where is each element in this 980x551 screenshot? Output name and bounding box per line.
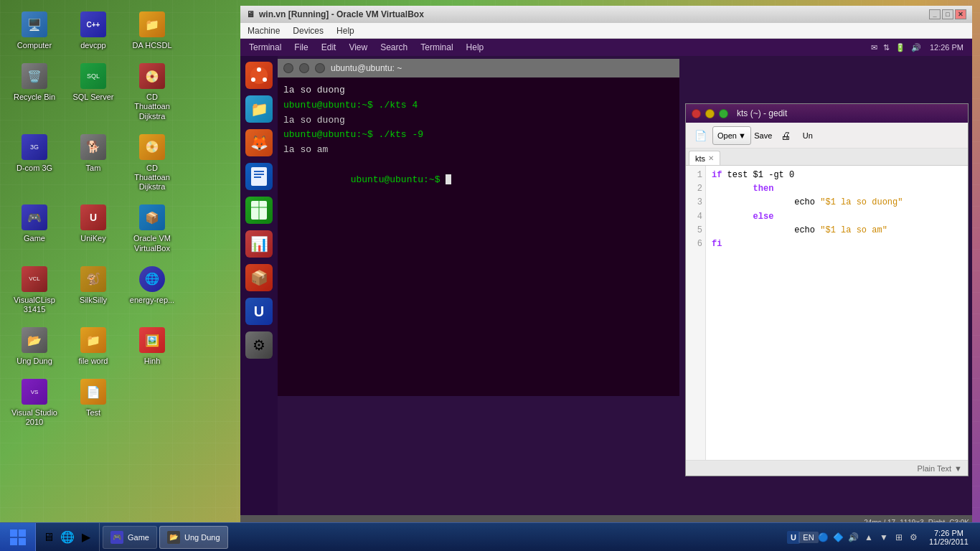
ubuntu-menu-help[interactable]: Help [463, 41, 487, 54]
tray-bluetooth[interactable]: 🔷 [832, 531, 845, 544]
gedit-open-btn[interactable]: Open ▼ [712, 126, 751, 145]
plain-text-button[interactable]: Plain Text ▼ [918, 464, 962, 473]
taskbar-item-ungdung[interactable]: 📂 Ung Dung [159, 526, 228, 549]
gedit-max-btn[interactable] [719, 109, 728, 118]
desktop-icon-vbox[interactable]: 📦 Oracle VM VirtualBox [125, 200, 179, 255]
language-indicator[interactable]: EN [798, 532, 818, 543]
launcher-ubuntu[interactable] [242, 59, 275, 92]
ql-media[interactable]: ▶ [77, 529, 95, 546]
term-line-2: ubuntu@ubuntu:~$ ./kts 4 [283, 98, 674, 113]
desktop-icon-sql[interactable]: SQL SQL Server [66, 59, 121, 124]
system-clock[interactable]: 7:26 PM 11/29/2011 [923, 529, 974, 546]
launcher-unikey[interactable]: U [242, 295, 275, 328]
ubuntu-menu-edit[interactable]: Edit [319, 41, 339, 54]
gedit-print-btn[interactable]: 🖨 [776, 126, 796, 145]
desktop-icon-ungdung[interactable]: 📂 Ung Dung [7, 323, 62, 369]
minimize-button[interactable]: _ [929, 9, 941, 19]
gedit-editor-body[interactable]: 1 2 3 4 5 6 if test $1 -gt 0 then echo "… [686, 166, 968, 460]
desktop-row-2: 🗑️ Recycle Bin SQL SQL Server 📀 CD Thuat… [7, 59, 179, 124]
gedit-tab-close[interactable]: ✕ [708, 154, 714, 162]
terminal-body[interactable]: la so duong ubuntu@ubuntu:~$ ./kts 4 la … [278, 77, 679, 396]
calc-icon [245, 197, 273, 224]
ubuntu-menu-view[interactable]: View [346, 41, 370, 54]
launcher-package[interactable]: 📦 [242, 261, 275, 294]
ql-show-desktop[interactable]: 🖥 [40, 529, 57, 546]
tray-unikey-icon: U [787, 531, 800, 544]
tray-unikey[interactable]: U [787, 531, 800, 544]
launcher-files[interactable]: 📁 [242, 93, 275, 126]
gedit-code-area[interactable]: if test $1 -gt 0 then echo "$1 la so duo… [706, 166, 968, 460]
gedit-undo-btn[interactable]: Un [798, 126, 818, 145]
tray-settings2[interactable]: ⚙ [908, 531, 920, 544]
svg-point-3 [263, 77, 267, 82]
terminal-window: ubuntu@ubuntu: ~ la so duong ubuntu@ubun… [278, 59, 679, 396]
tray-language[interactable]: EN [802, 531, 815, 544]
launcher-writer[interactable] [242, 160, 275, 193]
desktop-icon-silly[interactable]: 🐒 SilkSilly [66, 262, 121, 317]
gedit-new-btn[interactable]: 📄 [690, 126, 710, 145]
launcher-impress[interactable]: 📊 [242, 227, 275, 260]
terminal-titlebar: ubuntu@ubuntu: ~ [278, 59, 679, 77]
desktop-icon-test[interactable]: 📄 Test [66, 375, 121, 430]
launcher-calc[interactable] [242, 194, 275, 227]
gedit-tab-kts[interactable]: kts ✕ [689, 151, 720, 165]
ubuntu-menu-file[interactable]: File [291, 41, 311, 54]
term-prompt-3: ubuntu@ubuntu:~$ [351, 174, 446, 185]
gedit-open-arrow: ▼ [738, 131, 746, 140]
taskbar-item-game[interactable]: 🎮 Game [103, 526, 157, 549]
term-close-btn[interactable] [283, 63, 293, 73]
desktop-icon-label-fileword: file word [79, 357, 108, 366]
close-button[interactable]: ✕ [955, 9, 966, 19]
launcher-settings[interactable]: ⚙ [242, 329, 275, 362]
term-max-btn[interactable] [315, 63, 325, 73]
tray-arrow-dn: ▼ [877, 531, 890, 544]
restore-button[interactable]: □ [942, 9, 953, 19]
code-line-1: if test $1 -gt 0 [712, 169, 962, 182]
launcher-firefox[interactable]: 🦊 [242, 126, 275, 159]
desktop-icon-tam[interactable]: 🐕 Tam [66, 130, 121, 195]
desktop-icon-hinh[interactable]: 🖼️ Hinh [125, 323, 179, 369]
gedit-close-btn[interactable] [692, 109, 701, 118]
desktop-icon-vs[interactable]: VS Visual Studio 2010 [7, 375, 62, 430]
desktop-icon-unikey[interactable]: U UniKey [66, 200, 121, 255]
desktop-icon-chrome[interactable]: 🌐 energy-rep... [125, 262, 179, 317]
desktop-icon-fileword[interactable]: 📁 file word [66, 323, 121, 369]
desktop-icon-lisp[interactable]: VCL VisualCLisp 31415 [7, 262, 62, 317]
desktop-icon-computer[interactable]: 🖥️ Computer [7, 7, 62, 53]
menu-devices[interactable]: Devices [290, 24, 326, 37]
virtualbox-titlebar: 🖥 win.vn [Running] - Oracle VM VirtualBo… [240, 6, 972, 23]
gedit-save-btn[interactable]: Save [753, 126, 773, 145]
desktop-icon-label-dcom: D-com 3G [17, 164, 52, 173]
svg-point-2 [251, 77, 255, 82]
desktop-icon-cd1[interactable]: 📀 CD Thuattoan Dijkstra [125, 59, 179, 124]
menu-machine[interactable]: Machine [245, 24, 283, 37]
taskbar-game-label: Game [128, 533, 149, 542]
desktop-icon-devcpp[interactable]: C++ devcpp [66, 7, 121, 53]
ubuntu-panel-left: Terminal File Edit View Search Terminal … [246, 41, 486, 54]
ubuntu-menu-terminal[interactable]: Terminal [246, 41, 284, 54]
desktop-icon-recycle[interactable]: 🗑️ Recycle Bin [7, 59, 62, 124]
ubuntu-menu-search[interactable]: Search [377, 41, 410, 54]
cd1-icon: 📀 [139, 63, 165, 89]
gedit-min-btn[interactable] [705, 109, 715, 118]
ql-ie[interactable]: 🌐 [59, 529, 76, 546]
sql-icon: SQL [80, 63, 106, 89]
start-button[interactable] [0, 523, 36, 552]
tray-network1[interactable]: 🔵 [817, 531, 830, 544]
desktop-icon-game[interactable]: 🎮 Game [7, 200, 62, 255]
line-num-5: 5 [686, 224, 702, 237]
menu-help[interactable]: Help [334, 24, 357, 37]
game-icon: 🎮 [22, 204, 47, 230]
windows-taskbar: 🖥 🌐 ▶ 🎮 Game 📂 Ung Dung U [0, 522, 980, 551]
desktop-icons-container: 🖥️ Computer C++ devcpp 📁 DA HCSDL [7, 7, 179, 430]
devcpp-icon: C++ [80, 11, 106, 37]
computer-icon: 🖥️ [22, 11, 47, 37]
status-time[interactable]: 12:26 PM [927, 42, 966, 53]
term-min-btn[interactable] [299, 63, 309, 73]
tray-network2[interactable]: ⊞ [892, 531, 905, 544]
desktop-icon-cd2[interactable]: 📀 CD Thuattoan Dijkstra [125, 130, 179, 195]
desktop-icon-dcom[interactable]: 3G D-com 3G [7, 130, 62, 195]
ubuntu-menu-terminal2[interactable]: Terminal [418, 41, 456, 54]
desktop-icon-dahcsdl[interactable]: 📁 DA HCSDL [125, 7, 179, 53]
tray-volume[interactable]: 🔊 [847, 531, 860, 544]
